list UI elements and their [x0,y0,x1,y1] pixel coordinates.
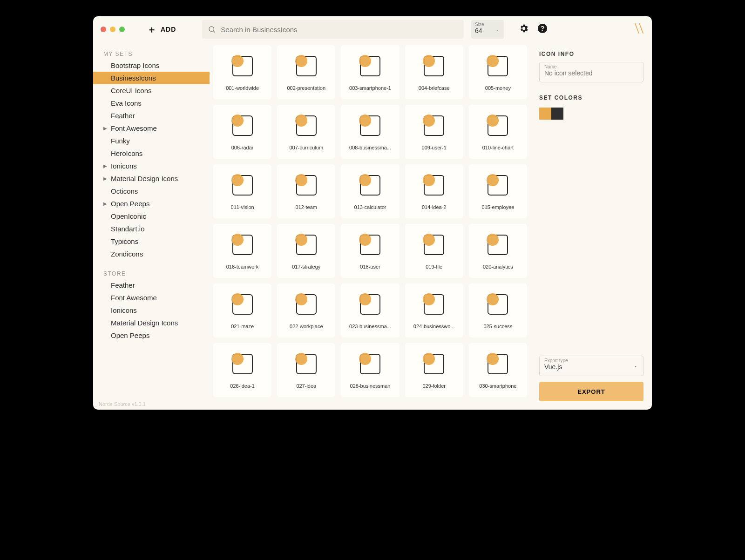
icon-thumbnail [290,288,323,321]
icon-name: 007-curriculum [289,145,323,150]
sidebar-item-label: OpenIconic [111,212,146,220]
icon-card[interactable]: 029-folder [405,343,463,397]
app-window: ＋ ADD Size 64 ? MY SET [93,16,652,410]
icon-card[interactable]: 003-smartphone-1 [341,45,399,99]
store-item-material-design-icons[interactable]: Material Design Icons [93,317,210,329]
sidebar-section-store: STORE [93,267,210,279]
icon-card[interactable]: 020-analytics [469,224,527,278]
icon-thumbnail [226,50,259,82]
icon-card[interactable]: 004-briefcase [405,45,463,99]
icon-card[interactable]: 019-file [405,224,463,278]
minimize-window-button[interactable] [110,27,115,32]
icon-name: 025-success [484,324,513,329]
export-button[interactable]: EXPORT [539,382,643,401]
icon-card[interactable]: 030-smartphone [469,343,527,397]
icon-card[interactable]: 025-success [469,283,527,337]
icon-name: 029-folder [422,383,446,389]
icon-name: 024-businesswo... [413,324,455,329]
search-input[interactable] [221,26,458,34]
store-item-ionicons[interactable]: Ionicons [93,304,210,317]
icon-card[interactable]: 017-strategy [277,224,335,278]
sidebar-item-openiconic[interactable]: OpenIconic [93,210,210,223]
store-item-feather[interactable]: Feather [93,279,210,291]
icon-card[interactable]: 005-money [469,45,527,99]
sidebar-item-label: Open Peeps [111,200,149,208]
icon-card[interactable]: 001-worldwide [213,45,271,99]
icon-card[interactable]: 024-businesswo... [405,283,463,337]
icon-thumbnail [290,109,323,142]
icon-thumbnail [418,229,450,261]
sidebar-item-ionicons[interactable]: ▶Ionicons [93,160,210,172]
icon-card[interactable]: 028-businessman [341,343,399,397]
color-swatch[interactable] [551,108,563,120]
icon-name-field[interactable]: Name No icon selected [539,62,643,82]
sidebar-item-label: Ionicons [111,306,137,314]
sidebar-item-typicons[interactable]: Typicons [93,235,210,248]
icon-thumbnail [418,288,450,321]
sidebar-item-material-design-icons[interactable]: ▶Material Design Icons [93,172,210,185]
export-type-select[interactable]: Export type Vue.js [539,356,643,376]
icon-card[interactable]: 016-teamwork [213,224,271,278]
store-item-font-awesome[interactable]: Font Awesome [93,291,210,304]
icon-card[interactable]: 008-businessma... [341,105,399,159]
sidebar-item-feather[interactable]: Feather [93,109,210,122]
sidebar-item-bootstrap-icons[interactable]: Bootstrap Icons [93,59,210,72]
icon-name: 012-team [296,204,317,210]
icon-name: 017-strategy [292,264,320,270]
icon-thumbnail [354,348,386,380]
icon-card[interactable]: 014-idea-2 [405,164,463,218]
search-field[interactable] [202,20,464,39]
close-window-button[interactable] [101,27,106,32]
icon-card[interactable]: 012-team [277,164,335,218]
sidebar-item-businessicons[interactable]: BusinessIcons [93,72,210,84]
add-set-button[interactable]: ＋ ADD [147,23,176,36]
icon-name: 022-workplace [290,324,323,329]
sidebar-item-label: Font Awesome [111,294,157,302]
sidebar-item-eva-icons[interactable]: Eva Icons [93,97,210,109]
settings-button[interactable] [519,23,529,35]
icon-thumbnail [290,229,323,261]
icon-thumbnail [226,348,259,380]
icon-card[interactable]: 015-employee [469,164,527,218]
window-controls [101,27,125,32]
icon-card[interactable]: 013-calculator [341,164,399,218]
sidebar-item-open-peeps[interactable]: ▶Open Peeps [93,197,210,210]
version-label: Norde Source v1.0.1 [99,401,146,407]
sidebar-item-coreui-icons[interactable]: CoreUI Icons [93,84,210,97]
sidebar-item-font-awesome[interactable]: ▶Font Awesome [93,122,210,135]
sidebar-item-heroicons[interactable]: HeroIcons [93,147,210,160]
icon-card[interactable]: 026-idea-1 [213,343,271,397]
help-button[interactable]: ? [537,23,548,35]
icon-thumbnail [418,348,450,380]
sidebar-item-octicons[interactable]: Octicons [93,185,210,197]
titlebar: ＋ ADD Size 64 ? [93,16,652,42]
icon-card[interactable]: 027-idea [277,343,335,397]
color-swatch[interactable] [539,108,551,120]
icon-card[interactable]: 022-workplace [277,283,335,337]
sidebar-item-funky[interactable]: Funky [93,135,210,147]
icon-card[interactable]: 011-vision [213,164,271,218]
icon-card[interactable]: 002-presentation [277,45,335,99]
icon-thumbnail [418,109,450,142]
icon-name: 003-smartphone-1 [349,85,391,91]
icon-name: 021-maze [231,324,254,329]
maximize-window-button[interactable] [119,27,125,32]
icon-thumbnail [481,348,514,380]
icon-name: 030-smartphone [479,383,516,389]
size-select[interactable]: Size 64 [471,20,504,39]
chevron-down-icon [494,27,500,35]
icon-card[interactable]: 021-maze [213,283,271,337]
right-panel: ICON INFO Name No icon selected SET COLO… [531,42,652,410]
sidebar-item-zondicons[interactable]: Zondicons [93,248,210,260]
sidebar: MY SETS Bootstrap IconsBusinessIconsCore… [93,42,210,410]
store-item-open-peeps[interactable]: Open Peeps [93,329,210,342]
icon-card[interactable]: 018-user [341,224,399,278]
icon-card[interactable]: 006-radar [213,105,271,159]
icon-card[interactable]: 023-businessma... [341,283,399,337]
icon-card[interactable]: 009-user-1 [405,105,463,159]
icon-name: 013-calculator [354,204,386,210]
icon-card[interactable]: 007-curriculum [277,105,335,159]
icon-card[interactable]: 010-line-chart [469,105,527,159]
icon-thumbnail [354,169,386,202]
sidebar-item-standart-io[interactable]: Standart.io [93,223,210,235]
